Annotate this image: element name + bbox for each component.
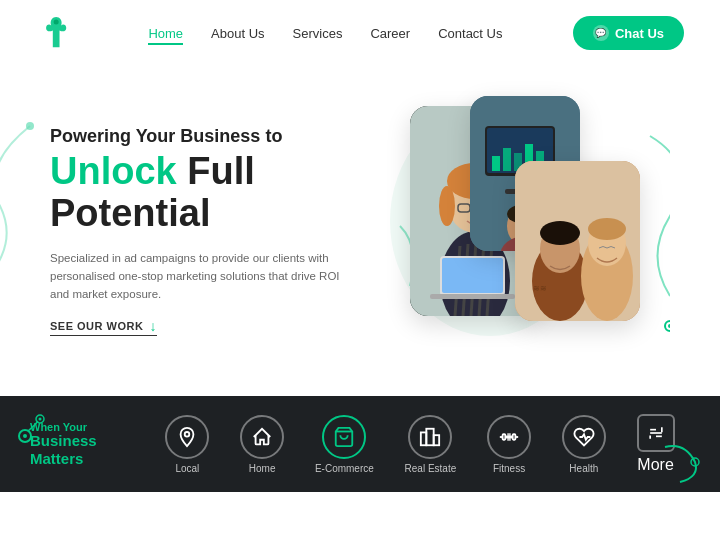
hero-subtitle: Powering Your Business to	[50, 126, 360, 147]
svg-point-52	[185, 431, 190, 436]
svg-point-46	[588, 218, 626, 240]
ecommerce-label: E-Commerce	[315, 463, 374, 474]
bar-items: Local Home E-Commerce	[150, 414, 690, 474]
see-work-label: SEE OUR WORK	[50, 320, 143, 332]
svg-rect-28	[492, 156, 500, 171]
photo-card-right2: ≋≋	[515, 161, 640, 321]
svg-point-5	[668, 324, 670, 328]
svg-point-1	[26, 122, 34, 130]
svg-rect-56	[434, 435, 440, 445]
swirl-decoration-left	[0, 116, 50, 296]
health-icon	[562, 415, 606, 459]
home-icon	[240, 415, 284, 459]
hero-images: ≋≋	[360, 86, 670, 376]
hero-content: Powering Your Business to Unlock FullPot…	[50, 126, 360, 336]
svg-point-48	[23, 434, 27, 438]
svg-rect-60	[513, 434, 516, 440]
bottom-bar: When Your Business Matters Local Home	[0, 396, 720, 492]
navbar: Home About Us Services Career Contact Us…	[0, 0, 720, 66]
nav-contact[interactable]: Contact Us	[438, 24, 502, 42]
ecommerce-icon	[322, 415, 366, 459]
svg-rect-59	[503, 434, 506, 440]
arrow-down-icon: ↓	[149, 318, 157, 334]
chat-us-button[interactable]: 💬 Chat Us	[573, 16, 684, 50]
svg-point-4	[665, 321, 670, 331]
local-icon	[165, 415, 209, 459]
svg-rect-55	[427, 428, 434, 445]
hero-section: Powering Your Business to Unlock FullPot…	[0, 66, 720, 386]
svg-rect-23	[442, 258, 503, 293]
hero-description: Specialized in ad campaigns to provide o…	[50, 249, 350, 304]
bar-deco-right	[655, 437, 705, 487]
bar-item-ecommerce[interactable]: E-Commerce	[315, 415, 374, 474]
svg-point-17	[439, 186, 455, 226]
hero-headline: Unlock FullPotential	[50, 151, 360, 235]
bar-item-health[interactable]: Health	[562, 415, 606, 474]
bar-item-home[interactable]: Home	[240, 415, 284, 474]
realestate-label: Real Estate	[405, 463, 457, 474]
svg-point-42	[540, 221, 580, 245]
svg-point-0	[54, 20, 59, 25]
svg-text:≋≋: ≋≋	[533, 284, 547, 293]
nav-links: Home About Us Services Career Contact Us	[148, 24, 502, 42]
nav-career[interactable]: Career	[370, 24, 410, 42]
bar-deco-left	[10, 401, 70, 461]
chat-icon: 💬	[593, 25, 609, 41]
svg-point-50	[39, 418, 42, 421]
nav-services[interactable]: Services	[293, 24, 343, 42]
home-label: Home	[249, 463, 276, 474]
bar-item-realestate[interactable]: Real Estate	[405, 415, 457, 474]
realestate-icon	[408, 415, 452, 459]
nav-home[interactable]: Home	[148, 24, 183, 42]
logo[interactable]	[36, 12, 78, 54]
fitness-label: Fitness	[493, 463, 525, 474]
svg-rect-29	[503, 148, 511, 171]
hero-headline-highlight: Unlock	[50, 150, 177, 192]
nav-about[interactable]: About Us	[211, 24, 264, 42]
local-label: Local	[175, 463, 199, 474]
svg-rect-24	[430, 294, 515, 299]
fitness-icon	[487, 415, 531, 459]
bar-item-local[interactable]: Local	[165, 415, 209, 474]
bar-item-fitness[interactable]: Fitness	[487, 415, 531, 474]
health-label: Health	[569, 463, 598, 474]
see-our-work-link[interactable]: SEE OUR WORK ↓	[50, 318, 157, 336]
